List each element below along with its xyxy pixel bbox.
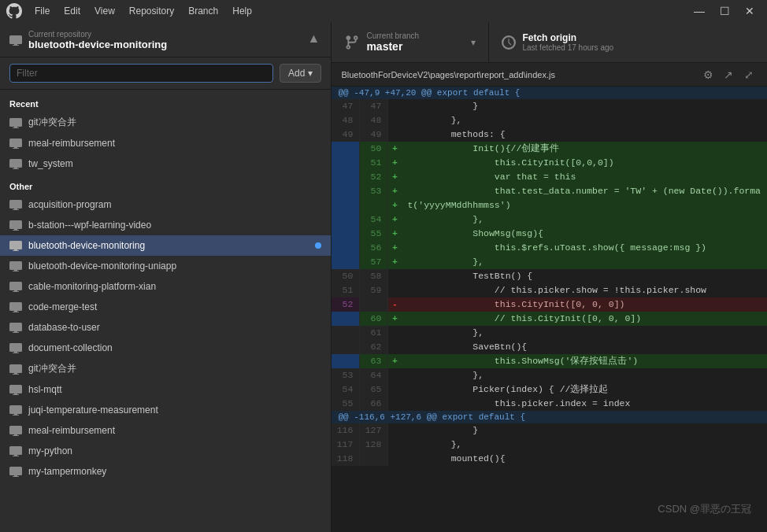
list-item[interactable]: cable-monitoring-platform-xian bbox=[0, 276, 331, 297]
new-line-num bbox=[360, 297, 388, 312]
main-area: Current repository bluetooth-device-moni… bbox=[0, 22, 767, 532]
close-button[interactable]: ✕ bbox=[739, 3, 761, 19]
diff-content: }, bbox=[401, 113, 767, 127]
settings-icon[interactable]: ⚙ bbox=[699, 66, 717, 83]
repo-info[interactable]: Current repository bluetooth-device-moni… bbox=[9, 30, 167, 50]
list-item[interactable]: my-tampermonkey bbox=[0, 461, 331, 482]
old-line-num: 52 bbox=[332, 297, 360, 312]
repo-item-name: my-tampermonkey bbox=[28, 466, 321, 477]
menu-branch[interactable]: Branch bbox=[182, 4, 224, 18]
diff-line: 48 48 }, bbox=[332, 113, 767, 127]
expand-icon[interactable]: ⤢ bbox=[740, 66, 758, 83]
fetch-label: Fetch origin bbox=[522, 32, 613, 43]
titlebar: File Edit View Repository Branch Help — … bbox=[0, 0, 767, 22]
watermark: CSDN @罪恶の王冠 bbox=[658, 502, 751, 516]
diff-line: 53 64 }, bbox=[332, 368, 767, 382]
diff-line: 57 + }, bbox=[332, 255, 767, 269]
diff-content: } bbox=[401, 99, 767, 113]
list-item[interactable]: meal-reimbursement bbox=[0, 420, 331, 441]
diff-sign: + bbox=[388, 198, 401, 212]
diff-content: ShowMsg(msg){ bbox=[401, 227, 767, 241]
new-line-num bbox=[360, 198, 388, 212]
repo-item-name: acquisition-program bbox=[28, 199, 321, 210]
menu-file[interactable]: File bbox=[28, 4, 56, 18]
right-panel: Current branch master ▾ Fetch origin Las… bbox=[332, 22, 767, 532]
list-item[interactable]: document-collection bbox=[0, 338, 331, 358]
sidebar-collapse-button[interactable]: ▲ bbox=[306, 30, 322, 47]
new-line-num: 128 bbox=[360, 438, 388, 452]
diff-content: }, bbox=[401, 255, 767, 269]
old-line-num bbox=[332, 312, 360, 326]
new-line-num: 65 bbox=[360, 382, 388, 397]
repo-item-name: tw_system bbox=[28, 158, 321, 169]
filter-input[interactable] bbox=[9, 64, 273, 83]
list-item[interactable]: code-merge-test bbox=[0, 297, 331, 317]
diff-line: 52 + var that = this bbox=[332, 170, 767, 184]
list-item[interactable]: b-station---wpf-learning-video bbox=[0, 215, 331, 235]
diff-content: Init(){//创建事件 bbox=[401, 142, 767, 156]
maximize-button[interactable]: ☐ bbox=[713, 3, 736, 19]
computer-icon bbox=[9, 321, 22, 334]
computer-icon bbox=[9, 219, 22, 231]
old-line-num bbox=[332, 156, 360, 170]
diff-line: 117 128 }, bbox=[332, 438, 767, 452]
computer-icon bbox=[9, 363, 22, 375]
list-item[interactable]: database-to-user bbox=[0, 317, 331, 338]
minimize-button[interactable]: — bbox=[688, 3, 710, 19]
fetch-section[interactable]: Fetch origin Last fetched 17 hours ago bbox=[489, 22, 767, 62]
external-link-icon[interactable]: ↗ bbox=[720, 66, 737, 83]
diff-line: 51 + this.CityInit([0,0,0]) bbox=[332, 156, 767, 170]
diff-content: this.picker.index = index bbox=[401, 397, 767, 411]
diff-content: // this.CityInit([0, 0, 0]) bbox=[401, 312, 767, 326]
branch-label: Current branch bbox=[366, 31, 419, 40]
computer-icon bbox=[9, 34, 22, 46]
diff-content: }, bbox=[401, 438, 767, 452]
fetch-text: Fetch origin Last fetched 17 hours ago bbox=[522, 32, 613, 52]
diff-sign bbox=[388, 438, 401, 452]
branch-section[interactable]: Current branch master ▾ bbox=[332, 22, 489, 62]
list-item[interactable]: git冲突合并 bbox=[0, 112, 331, 133]
diff-view[interactable]: @@ -47,9 +47,20 @@ export default { 47 4… bbox=[332, 87, 767, 532]
diff-content: this.CityInit([0, 0, 0]) bbox=[401, 297, 767, 312]
list-item[interactable]: hsl-mqtt bbox=[0, 379, 331, 400]
menu-repository[interactable]: Repository bbox=[123, 4, 180, 18]
old-line-num: 48 bbox=[332, 113, 360, 127]
list-item[interactable]: acquisition-program bbox=[0, 194, 331, 215]
new-line-num: 63 bbox=[360, 354, 388, 368]
repo-item-name: cable-monitoring-platform-xian bbox=[28, 281, 321, 292]
menu-help[interactable]: Help bbox=[226, 4, 258, 18]
diff-content: methods: { bbox=[401, 127, 767, 142]
menu-edit[interactable]: Edit bbox=[57, 4, 87, 18]
diff-content: }, bbox=[401, 212, 767, 227]
list-item[interactable]: git冲突合并 bbox=[0, 358, 331, 379]
file-path-bar: BluetoothForDeviceV2\pages\report\report… bbox=[332, 63, 767, 87]
old-line-num bbox=[332, 340, 360, 354]
diff-content: this.CityInit([0,0,0]) bbox=[401, 156, 767, 170]
old-line-num bbox=[332, 198, 360, 212]
new-line-num: 50 bbox=[360, 142, 388, 156]
computer-icon bbox=[9, 280, 22, 293]
diff-line: 118 mounted(){ bbox=[332, 452, 767, 466]
list-item[interactable]: juqi-temperature-measurement bbox=[0, 400, 331, 420]
repo-text: Current repository bluetooth-device-moni… bbox=[28, 30, 167, 50]
list-item[interactable]: tw_system bbox=[0, 153, 331, 174]
list-item[interactable]: bluetooth-device-monitoring-uniapp bbox=[0, 256, 331, 276]
titlebar-menu: File Edit View Repository Branch Help bbox=[28, 4, 258, 18]
add-button[interactable]: Add ▾ bbox=[280, 64, 321, 83]
list-item[interactable]: meal-reimbursement bbox=[0, 133, 331, 153]
diff-sign bbox=[388, 99, 401, 113]
fetch-sublabel: Last fetched 17 hours ago bbox=[522, 43, 613, 52]
diff-sign: + bbox=[388, 255, 401, 269]
new-line-num: 58 bbox=[360, 269, 388, 283]
computer-icon bbox=[9, 116, 22, 129]
repo-item-name: meal-reimbursement bbox=[28, 425, 321, 436]
list-item[interactable]: my-python bbox=[0, 441, 331, 461]
repo-item-name: code-merge-test bbox=[28, 301, 321, 312]
diff-line: 61 }, bbox=[332, 326, 767, 340]
menu-view[interactable]: View bbox=[88, 4, 121, 18]
old-line-num: 50 bbox=[332, 269, 360, 283]
new-line-num: 53 bbox=[360, 184, 388, 198]
diff-sign: + bbox=[388, 241, 401, 255]
list-item-active[interactable]: bluetooth-device-monitoring bbox=[0, 235, 331, 256]
computer-icon bbox=[9, 445, 22, 457]
